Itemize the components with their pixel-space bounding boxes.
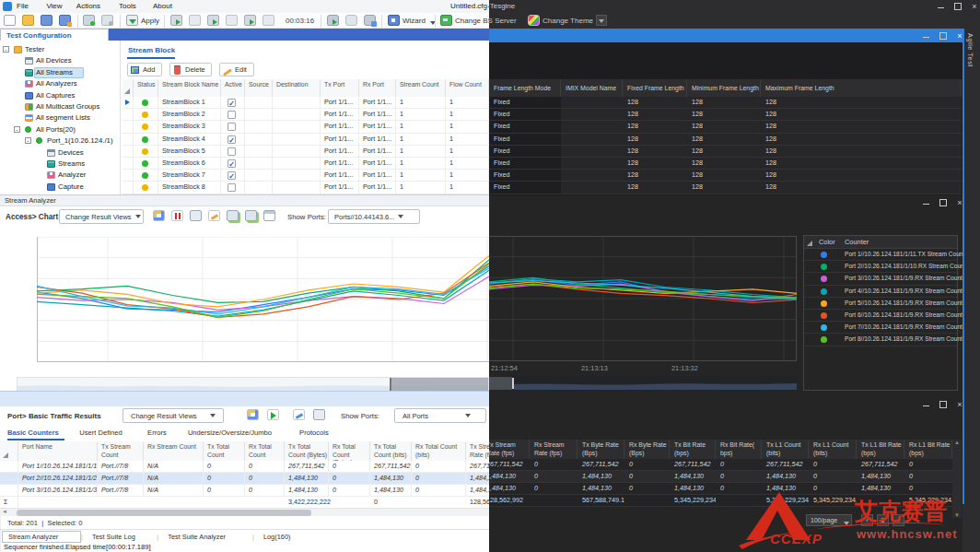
rate-minimize-button[interactable] bbox=[922, 400, 931, 409]
stop-analyzer-icon[interactable] bbox=[262, 15, 274, 26]
column-header-rx-bit-rate-bps-[interactable]: Rx Bit Rate( bps) bbox=[716, 440, 762, 459]
traffic-clear-icon[interactable] bbox=[293, 409, 305, 420]
column-header-rx-byte-rate-bps-[interactable]: Rx Byte Rate (Bps) bbox=[624, 440, 670, 459]
stream-block-row-cell[interactable]: StreamBlock 6 bbox=[158, 158, 221, 170]
tree-item-devices[interactable]: Devices bbox=[0, 147, 120, 159]
tree-item-tester[interactable]: -Tester bbox=[0, 44, 120, 55]
stream-block-row-cell[interactable]: Port 1/1... bbox=[359, 134, 396, 146]
stream-block-row-cell[interactable]: ✓ bbox=[221, 134, 245, 146]
change-bs-label-left[interactable]: Change BS Server bbox=[455, 17, 489, 25]
stream-block-row-cell[interactable] bbox=[273, 170, 321, 182]
chart-overview-strip[interactable] bbox=[17, 377, 489, 392]
stream-block-row-cell[interactable] bbox=[245, 97, 273, 109]
column-header-rx-port[interactable]: Rx Port bbox=[359, 79, 396, 97]
column-header-tx-l1-count-bits-[interactable]: Tx L1 Count (bits) bbox=[762, 440, 809, 459]
tree-item-all-ports-20-[interactable]: -All Ports(20) bbox=[0, 124, 120, 135]
stream-block-row-cell[interactable] bbox=[134, 170, 158, 182]
stream-analyzer-chart-light[interactable] bbox=[37, 237, 489, 362]
stream-block-row-cell[interactable]: Port 1/1... bbox=[359, 97, 396, 109]
delete-button[interactable]: Delete bbox=[169, 63, 212, 76]
stream-block-row-cell[interactable]: Port 1/1... bbox=[321, 182, 359, 194]
menu-file[interactable]: File bbox=[17, 2, 29, 10]
tree-item-all-analyzers[interactable]: All Analyzers bbox=[0, 78, 120, 89]
stream-block-row-cell[interactable] bbox=[273, 146, 321, 158]
column-header-rx-l1-bit-rate-bps-[interactable]: Rx L1 Bit Rate (bps) bbox=[904, 440, 952, 459]
maximize-button[interactable] bbox=[953, 2, 962, 11]
traffic-tab-protocols[interactable]: Protocols bbox=[299, 429, 329, 437]
stream-block-row-cell[interactable]: 1 bbox=[396, 121, 446, 133]
stream-block-row-cell[interactable]: ✓ bbox=[221, 97, 245, 109]
traffic-tab-basic-counters[interactable]: Basic Counters bbox=[7, 429, 59, 437]
legend-row[interactable]: Port 8//10.26.124.181/1/9.RX Stream Coun… bbox=[804, 334, 957, 346]
stream-block-row-cell[interactable] bbox=[134, 97, 158, 109]
save-as-icon[interactable] bbox=[59, 15, 71, 26]
stream-block-row-cell[interactable]: 1 bbox=[446, 158, 489, 170]
dark-overview-strip[interactable] bbox=[489, 376, 797, 391]
stream-block-row-cell[interactable]: Port 1/1... bbox=[321, 121, 359, 133]
stream-block-row-cell[interactable] bbox=[221, 109, 245, 121]
wizard-icon[interactable] bbox=[388, 15, 400, 26]
stream-block-row-cell[interactable]: 1 bbox=[446, 121, 489, 133]
stream-block-row-cell[interactable]: Port 1/1... bbox=[321, 97, 359, 109]
stream-block-row-cell[interactable]: 1 bbox=[446, 146, 489, 158]
active-checkbox[interactable]: ✓ bbox=[228, 135, 236, 144]
column-header-rx-total-count-bits-[interactable]: Rx Total Count (bits) bbox=[412, 441, 466, 461]
tree-item-port-1-10-26-124-1-[interactable]: -Port_1(10.26.124./1) bbox=[0, 135, 120, 147]
stream-block-row-cell[interactable]: 1 bbox=[396, 182, 446, 194]
theme-dropdown[interactable] bbox=[596, 15, 607, 26]
legend-col-counter[interactable]: Counter bbox=[845, 238, 869, 246]
tree-expander[interactable]: - bbox=[14, 126, 20, 133]
stream-block-row-cell[interactable]: 1 bbox=[446, 134, 489, 146]
menu-view[interactable]: View bbox=[46, 2, 62, 10]
grid-view-icon[interactable] bbox=[263, 210, 275, 221]
analyzer-ports-dropdown[interactable]: Ports//10.44143.6... bbox=[328, 209, 420, 224]
menu-actions[interactable]: Actions bbox=[76, 2, 100, 10]
stream-block-row-cell[interactable]: Port 1/1... bbox=[359, 109, 396, 121]
change-theme-icon[interactable] bbox=[528, 15, 540, 26]
stream-block-row-cell[interactable] bbox=[273, 158, 321, 170]
stream-block-row-cell[interactable]: 1 bbox=[396, 97, 446, 109]
stream-block-row-cell[interactable]: Port 1/1... bbox=[359, 182, 396, 194]
column-header-rx-l1-count-bits-[interactable]: Rx L1 Count (bits) bbox=[809, 440, 857, 459]
stream-block-row-cell[interactable] bbox=[134, 121, 158, 133]
column-header-tx-stream-rate-fps-[interactable]: Tx Stream Rate (fps) bbox=[466, 441, 489, 461]
tree-item-all-devices[interactable]: All Devices bbox=[0, 55, 120, 66]
stream-block-row-cell[interactable] bbox=[273, 134, 321, 146]
stream-block-row-cell[interactable]: StreamBlock 3 bbox=[158, 121, 221, 133]
traffic-export-icon[interactable] bbox=[313, 409, 325, 420]
legend-row[interactable]: Port 1//10.26.124.181/1/11.TX Stream Cou… bbox=[804, 249, 957, 261]
column-header-rx-total-count[interactable]: Rx Total Count bbox=[245, 441, 285, 461]
chart-minimize-button[interactable] bbox=[922, 198, 931, 207]
tab-test-configuration[interactable]: Test Configuration bbox=[0, 29, 109, 41]
change-bs-icon[interactable] bbox=[440, 15, 452, 26]
stream-block-row-cell[interactable]: StreamBlock 7 bbox=[158, 170, 221, 182]
stream-block-row-cell[interactable]: ✓ bbox=[221, 158, 245, 170]
column-header-marker[interactable] bbox=[0, 441, 18, 461]
traffic-play-icon[interactable] bbox=[267, 409, 279, 420]
stream-block-row-cell[interactable]: 1 bbox=[396, 170, 446, 182]
active-checkbox[interactable]: ✓ bbox=[228, 171, 236, 180]
stream-block-row-cell[interactable] bbox=[245, 121, 273, 133]
stream-block-row-cell[interactable]: Port 1/1... bbox=[321, 158, 359, 170]
column-header-tx-total-count-bytes-[interactable]: Tx Total Count (Bytes) bbox=[285, 441, 329, 461]
stream-analyzer-chart-dark[interactable] bbox=[489, 236, 797, 361]
tree-item-all-streams[interactable]: All Streams bbox=[0, 67, 120, 78]
disconnect-icon[interactable] bbox=[101, 15, 113, 26]
legend-row[interactable]: Port 2//10.26.124.181/1/10.RX Stream Cou… bbox=[804, 261, 957, 273]
start-analyzer-icon[interactable] bbox=[244, 15, 256, 26]
tree-item-streams[interactable]: Streams bbox=[0, 159, 120, 170]
stream-block-row-cell[interactable] bbox=[134, 182, 158, 194]
page-prev-button[interactable]: ‹ bbox=[861, 514, 873, 526]
column-header-tx-total-count[interactable]: Tx Total Count bbox=[204, 441, 245, 461]
legend-row[interactable]: Port 6//10.26.124.181/1/9.RX Stream Coun… bbox=[804, 310, 957, 322]
column-header-source[interactable]: Source bbox=[245, 79, 273, 97]
overview-handle[interactable] bbox=[390, 378, 488, 391]
column-header-tx-stream-count[interactable]: Tx Stream Count bbox=[98, 441, 144, 461]
stream-block-row-cell[interactable]: Port 1/1... bbox=[359, 158, 396, 170]
stream-block-row-cell[interactable] bbox=[221, 146, 245, 158]
stream-block-row-cell[interactable] bbox=[273, 109, 321, 121]
column-header-imix-model-name[interactable]: IMIX Model Name bbox=[561, 79, 623, 97]
status-tab-test-suite-analyzer[interactable]: Test Suite Analyzer bbox=[168, 533, 226, 541]
column-header-tx-bit-rate-bps-[interactable]: Tx Bit Rate (bps) bbox=[670, 440, 716, 459]
dark-overview-handle[interactable] bbox=[489, 377, 512, 390]
